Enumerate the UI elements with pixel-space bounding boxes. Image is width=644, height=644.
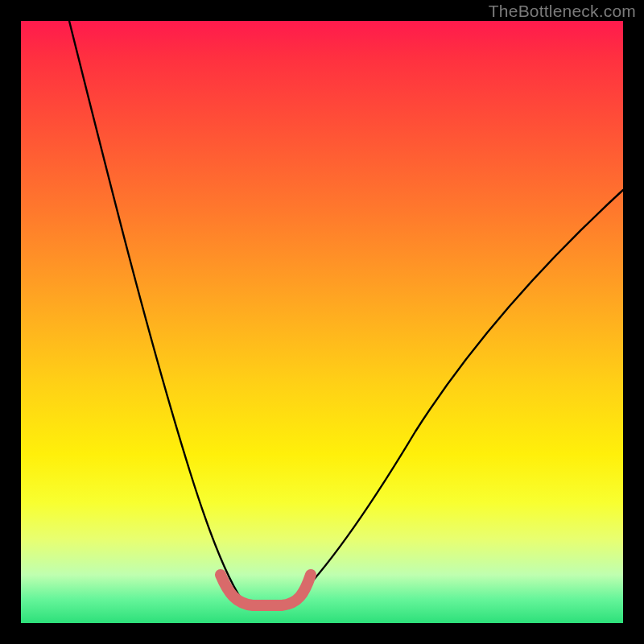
chart-svg	[21, 21, 623, 623]
u-marker	[221, 575, 311, 605]
chart-frame: TheBottleneck.com	[0, 0, 644, 644]
chart-plot-area	[21, 21, 623, 623]
curve-left	[69, 21, 242, 601]
watermark-text: TheBottleneck.com	[489, 2, 636, 21]
curve-right	[295, 190, 623, 601]
